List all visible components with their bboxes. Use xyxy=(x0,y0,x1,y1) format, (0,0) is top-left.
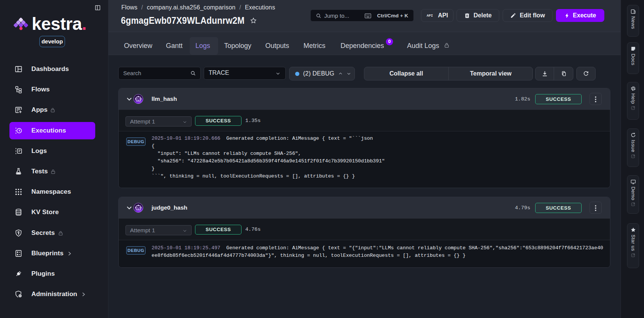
svg-text:API: API xyxy=(427,14,433,18)
